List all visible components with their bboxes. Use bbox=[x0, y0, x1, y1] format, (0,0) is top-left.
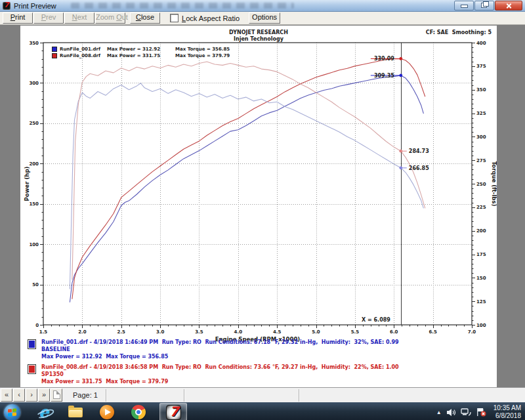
minimize-icon bbox=[461, 5, 468, 8]
y-tick-label: 100 bbox=[29, 242, 39, 247]
run-swatch-red bbox=[28, 364, 36, 374]
options-button[interactable]: Options bbox=[249, 12, 280, 24]
marker-dot bbox=[399, 150, 402, 153]
legend-swatch-red bbox=[52, 53, 57, 58]
x-tick-label: 7.0 bbox=[468, 329, 476, 335]
x-tick-label: 3.5 bbox=[195, 329, 203, 335]
hidden-icons-arrow[interactable]: ▲ bbox=[436, 410, 442, 415]
y-tick-label: 125 bbox=[476, 299, 486, 304]
dyno-chart-svg[interactable]: 1.52.02.53.03.54.04.55.05.56.06.57.0Engi… bbox=[20, 26, 497, 387]
document-icon bbox=[53, 390, 60, 399]
window-title: Print Preview bbox=[14, 2, 56, 10]
lock-aspect-label: Lock Aspect Ratio bbox=[182, 14, 240, 22]
y-axis-power bbox=[40, 43, 43, 326]
x-tick-label: 1.5 bbox=[39, 329, 48, 335]
series-runfile-008-power bbox=[72, 59, 425, 299]
windows-explorer-icon[interactable] bbox=[68, 404, 83, 420]
print-preview-area: DYNOJET RESEARCH Injen Technology CF: SA… bbox=[0, 25, 525, 387]
y-tick-label: 350 bbox=[29, 41, 39, 46]
status-cell bbox=[106, 389, 184, 402]
action-center-flag-icon[interactable] bbox=[476, 408, 486, 417]
y-tick-label: 250 bbox=[476, 182, 486, 187]
page-number-label: Page: 1 bbox=[73, 391, 98, 399]
y-tick-label: 275 bbox=[476, 158, 486, 163]
lock-aspect-checkbox[interactable] bbox=[170, 14, 178, 22]
legend-max-torque: Max Torque = 356.85 bbox=[175, 47, 230, 52]
plot-border bbox=[43, 43, 472, 325]
marker-dot bbox=[399, 166, 402, 169]
y-tick-label: 350 bbox=[476, 87, 486, 93]
tray-time: 10:35 AM bbox=[494, 404, 521, 412]
y-tick-label: 200 bbox=[29, 161, 39, 167]
y-tick-label: 0 bbox=[35, 323, 39, 328]
x-tick-label: 5.0 bbox=[312, 329, 320, 335]
close-button[interactable]: Close bbox=[130, 12, 160, 24]
y-tick-label: 400 bbox=[476, 41, 486, 46]
legend-row-sp1350: RunFile_008.drf Max Power = 331.75 Max T… bbox=[52, 52, 230, 59]
next-page-button[interactable]: › bbox=[26, 388, 37, 402]
speaker-icon[interactable] bbox=[446, 408, 456, 417]
series-runfile-008-torque bbox=[72, 62, 425, 280]
y-tick-label: 300 bbox=[29, 81, 39, 86]
start-button[interactable] bbox=[4, 404, 20, 420]
media-player-icon[interactable] bbox=[99, 404, 115, 420]
y-tick-label: 50 bbox=[32, 282, 39, 287]
report-page: DYNOJET RESEARCH Injen Technology CF: SA… bbox=[20, 26, 497, 387]
tray-date: 6/8/2018 bbox=[494, 412, 521, 420]
x-tick-label: 6.0 bbox=[390, 329, 398, 335]
marker-value-label: 284.73 bbox=[409, 148, 429, 154]
marker-value-label: 330.09 bbox=[374, 56, 394, 62]
titlebar-ghost-text bbox=[71, 3, 294, 9]
marker-dot bbox=[399, 74, 402, 77]
next-button[interactable]: Next bbox=[64, 12, 94, 24]
chrome-icon[interactable] bbox=[131, 404, 146, 420]
title-bar: Print Preview bbox=[0, 0, 525, 12]
run-conditions: RunFile_008.drf - 4/19/2018 3:46:58 PM R… bbox=[41, 364, 399, 371]
run-info-baseline: RunFile_001.drf - 4/19/2018 1:46:49 PM R… bbox=[28, 339, 399, 360]
x-axis bbox=[44, 325, 472, 328]
app-icon bbox=[3, 2, 10, 10]
x-tick-label: 6.5 bbox=[429, 329, 437, 335]
x-tick-label: 4.5 bbox=[273, 329, 282, 335]
print-button[interactable]: Print bbox=[3, 12, 33, 24]
marker-value-label: 266.85 bbox=[409, 165, 429, 171]
restore-button[interactable] bbox=[474, 1, 494, 10]
x-tick-label: 4.0 bbox=[234, 329, 243, 335]
last-page-button[interactable]: » bbox=[38, 388, 50, 402]
legend-swatch-blue bbox=[52, 47, 57, 52]
taskbar-clock[interactable]: 10:35 AM 6/8/2018 bbox=[494, 404, 521, 420]
run-info-sp1350: RunFile_008.drf - 4/19/2018 3:46:58 PM R… bbox=[28, 364, 399, 385]
close-window-button[interactable] bbox=[495, 1, 522, 10]
run-info-footer: RunFile_001.drf - 4/19/2018 1:46:49 PM R… bbox=[28, 339, 399, 388]
export-page-button[interactable] bbox=[51, 388, 62, 402]
taskbar: e ▲ 10:35 AM 6/8/2018 bbox=[0, 402, 525, 420]
zoom-out-button[interactable]: Zoom Out bbox=[95, 12, 125, 24]
internet-explorer-icon[interactable]: e bbox=[36, 404, 52, 420]
cursor-x-label: X = 6.089 bbox=[362, 317, 390, 323]
y-axis-torque bbox=[472, 43, 475, 326]
y-tick-label: 375 bbox=[476, 64, 486, 69]
restore-icon bbox=[481, 3, 487, 8]
y-tick-label: 250 bbox=[29, 121, 39, 126]
x-tick-label: 2.0 bbox=[78, 329, 87, 335]
first-page-button[interactable]: « bbox=[1, 388, 12, 402]
marker-dot bbox=[399, 57, 402, 60]
x-tick-label: 3.0 bbox=[156, 329, 165, 335]
dynojet-winpep-taskbar-button[interactable] bbox=[159, 403, 187, 420]
chart-legend: RunFile_001.drf Max Power = 312.92 Max T… bbox=[52, 46, 230, 59]
windows-logo-icon bbox=[8, 408, 16, 416]
run-max-values: Max Power = 312.92 Max Torque = 356.85 bbox=[41, 353, 399, 360]
legend-file: RunFile_008.drf bbox=[60, 53, 107, 58]
close-icon bbox=[506, 3, 512, 9]
network-icon[interactable] bbox=[461, 408, 471, 417]
toolbar: Print Prev Next Zoom Out Close Lock Aspe… bbox=[0, 12, 525, 25]
legend-file: RunFile_001.drf bbox=[60, 47, 107, 52]
page-number-cell: Page: 1 bbox=[65, 389, 106, 402]
y-axis-title-power: Power (hp) bbox=[24, 167, 30, 201]
prev-page-button[interactable]: ‹ bbox=[13, 388, 25, 402]
legend-max-power: Max Power = 331.75 bbox=[107, 53, 175, 58]
minimize-button[interactable] bbox=[454, 1, 474, 10]
x-tick-label: 2.5 bbox=[117, 329, 126, 335]
y-tick-label: 175 bbox=[476, 252, 486, 257]
prev-button[interactable]: Prev bbox=[33, 12, 64, 24]
